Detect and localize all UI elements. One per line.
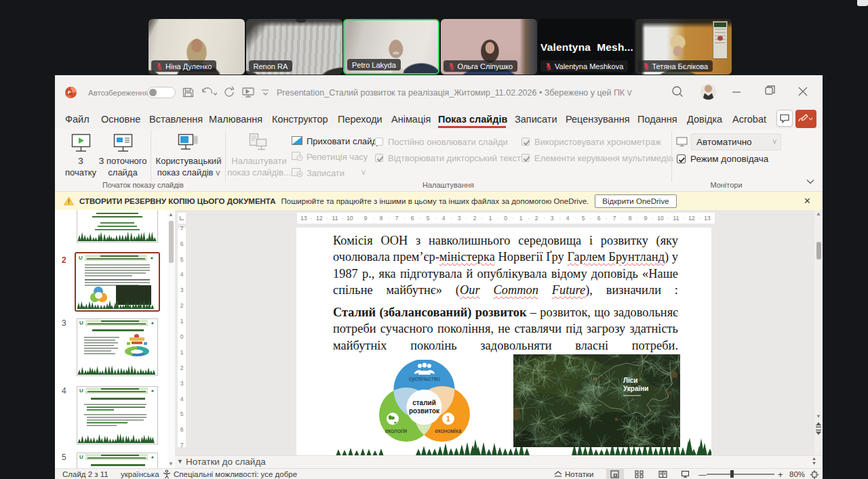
svg-text:України: України <box>623 385 649 392</box>
svg-text:P: P <box>68 89 71 96</box>
svg-text:економіка: економіка <box>435 428 461 434</box>
svg-text:сталий: сталий <box>412 399 436 407</box>
svg-text:1: 1 <box>446 415 450 423</box>
svg-text:Ліси: Ліси <box>623 377 638 384</box>
svg-text:розвиток: розвиток <box>409 407 440 415</box>
svg-text:суспільство: суспільство <box>409 375 440 382</box>
svg-text:екологія: екологія <box>385 428 408 434</box>
